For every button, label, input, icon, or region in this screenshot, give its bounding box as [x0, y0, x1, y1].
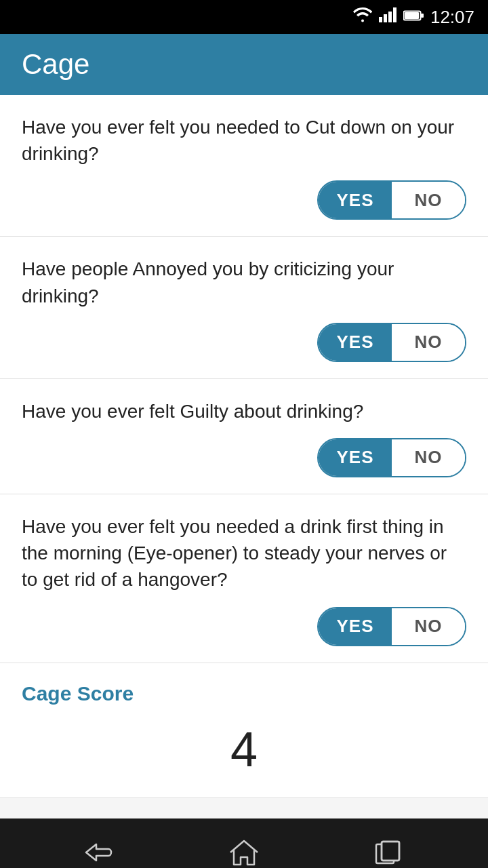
- question-3-text: Have you ever felt Guilty about drinking…: [22, 398, 466, 425]
- content-area: Have you ever felt you needed to Cut dow…: [0, 95, 488, 818]
- question-2-toggle[interactable]: YES NO: [317, 323, 466, 362]
- recents-button[interactable]: [361, 832, 415, 869]
- question-4-section: Have you ever felt you needed a drink fi…: [0, 494, 488, 663]
- question-1-yes-button[interactable]: YES: [319, 182, 392, 218]
- svg-rect-3: [393, 7, 396, 22]
- question-1-no-button[interactable]: NO: [392, 182, 465, 218]
- question-3-toggle-row: YES NO: [22, 438, 466, 477]
- question-1-text: Have you ever felt you needed to Cut dow…: [22, 114, 466, 167]
- back-button[interactable]: [73, 832, 127, 869]
- question-2-section: Have people Annoyed you by criticizing y…: [0, 237, 488, 378]
- battery-icon: [403, 8, 424, 26]
- score-label: Cage Score: [22, 682, 466, 705]
- app-title: Cage: [22, 48, 89, 81]
- status-icons: 12:07: [353, 7, 474, 28]
- question-4-no-button[interactable]: NO: [392, 608, 465, 645]
- bottom-spacer: [0, 798, 488, 818]
- svg-rect-8: [382, 842, 399, 861]
- question-1-toggle[interactable]: YES NO: [317, 180, 466, 220]
- home-button[interactable]: [217, 832, 271, 869]
- question-2-yes-button[interactable]: YES: [319, 324, 392, 361]
- question-2-text: Have people Annoyed you by criticizing y…: [22, 256, 466, 309]
- svg-rect-2: [388, 12, 392, 22]
- question-4-text: Have you ever felt you needed a drink fi…: [22, 513, 466, 593]
- svg-rect-0: [379, 17, 382, 22]
- question-1-section: Have you ever felt you needed to Cut dow…: [0, 95, 488, 237]
- question-4-yes-button[interactable]: YES: [319, 608, 392, 645]
- question-3-no-button[interactable]: NO: [392, 439, 465, 476]
- nav-bar: [0, 818, 488, 869]
- question-3-yes-button[interactable]: YES: [319, 439, 392, 476]
- question-3-section: Have you ever felt Guilty about drinking…: [0, 379, 488, 494]
- score-value: 4: [22, 722, 466, 784]
- app-bar: Cage: [0, 34, 488, 95]
- status-bar: 12:07: [0, 0, 488, 34]
- status-time: 12:07: [430, 7, 474, 28]
- score-section: Cage Score 4: [0, 663, 488, 798]
- question-4-toggle-row: YES NO: [22, 607, 466, 646]
- wifi-icon: [353, 7, 372, 26]
- svg-rect-6: [421, 14, 424, 18]
- signal-icon: [379, 7, 396, 26]
- question-1-toggle-row: YES NO: [22, 180, 466, 220]
- question-2-toggle-row: YES NO: [22, 323, 466, 362]
- svg-rect-5: [405, 12, 419, 19]
- svg-rect-1: [384, 14, 387, 22]
- question-3-toggle[interactable]: YES NO: [317, 438, 466, 477]
- question-4-toggle[interactable]: YES NO: [317, 607, 466, 646]
- question-2-no-button[interactable]: NO: [392, 324, 465, 361]
